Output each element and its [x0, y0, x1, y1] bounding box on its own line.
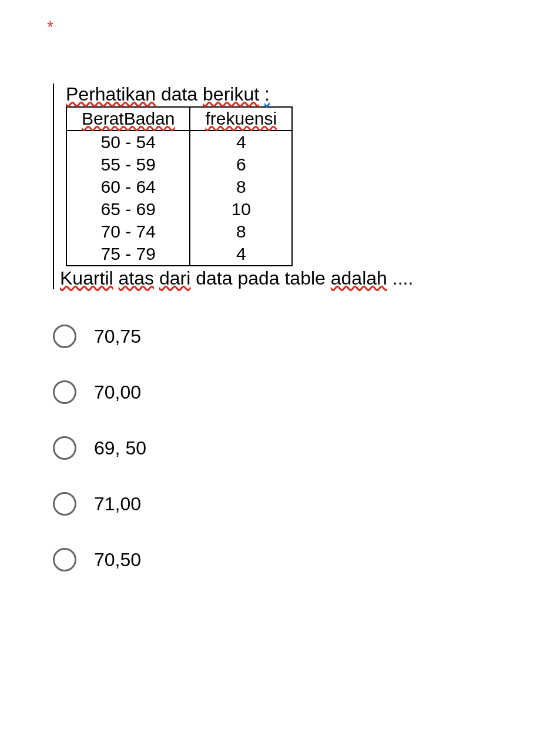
title-word-3: berikut: [203, 83, 259, 105]
required-asterisk: *: [47, 18, 542, 36]
option-3[interactable]: 69, 50: [53, 436, 542, 460]
cell-freq: 8: [190, 176, 292, 198]
cell-range: 75 - 79: [66, 243, 190, 266]
data-table: BeratBadan frekuensi 50 - 54 4 55 - 59 6…: [66, 106, 293, 266]
option-label: 70,50: [94, 549, 141, 571]
footer-word-6: ....: [393, 267, 414, 289]
header-col2: frekuensi: [190, 107, 292, 131]
title-word-1: Perhatikan: [66, 83, 156, 105]
quiz-question-page: * Perhatikan data berikut : BeratBadan f…: [0, 0, 560, 639]
cell-range: 65 - 69: [66, 198, 190, 220]
table-row: 70 - 74 8: [66, 220, 292, 243]
cell-freq: 4: [190, 131, 292, 153]
cell-freq: 4: [190, 243, 292, 266]
radio-icon[interactable]: [53, 380, 76, 404]
cell-freq: 8: [190, 220, 292, 243]
footer-word-4: data pada table: [196, 267, 326, 289]
radio-icon[interactable]: [53, 436, 76, 460]
footer-word-3: dari: [159, 267, 190, 289]
table-header-row: BeratBadan frekuensi: [66, 107, 292, 131]
options-group: 70,75 70,00 69, 50 71,00 70,50: [53, 325, 542, 571]
cell-freq: 10: [190, 198, 292, 220]
question-footer: Kuartil atas dari data pada table adalah…: [54, 267, 548, 289]
option-label: 69, 50: [94, 437, 146, 459]
option-5[interactable]: 70,50: [53, 548, 542, 571]
cell-range: 50 - 54: [66, 131, 190, 153]
table-row: 75 - 79 4: [66, 243, 292, 266]
title-word-2: data: [161, 83, 197, 105]
footer-word-1: Kuartil: [60, 267, 113, 289]
table-row: 50 - 54 4: [66, 131, 292, 153]
table-row: 55 - 59 6: [66, 153, 292, 176]
cell-range: 70 - 74: [66, 220, 190, 243]
option-label: 71,00: [94, 493, 141, 515]
option-4[interactable]: 71,00: [53, 492, 542, 516]
option-label: 70,00: [94, 382, 141, 403]
cell-range: 60 - 64: [66, 176, 190, 198]
table-row: 60 - 64 8: [66, 176, 292, 198]
cell-range: 55 - 59: [66, 153, 190, 176]
header-col1-text: BeratBadan: [82, 109, 175, 128]
option-label: 70,75: [94, 326, 141, 347]
table-row: 65 - 69 10: [66, 198, 292, 220]
footer-word-2: atas: [119, 267, 154, 289]
question-title: Perhatikan data berikut :: [54, 83, 548, 105]
radio-icon[interactable]: [53, 548, 76, 571]
header-col2-text: frekuensi: [205, 109, 277, 128]
cell-freq: 6: [190, 153, 292, 176]
header-col1: BeratBadan: [66, 107, 190, 131]
title-word-4: :: [264, 83, 270, 105]
radio-icon[interactable]: [53, 492, 76, 516]
option-2[interactable]: 70,00: [53, 380, 542, 404]
option-1[interactable]: 70,75: [53, 325, 542, 348]
radio-icon[interactable]: [53, 325, 76, 348]
footer-word-5: adalah: [331, 267, 387, 289]
question-block: Perhatikan data berikut : BeratBadan fre…: [53, 83, 548, 289]
